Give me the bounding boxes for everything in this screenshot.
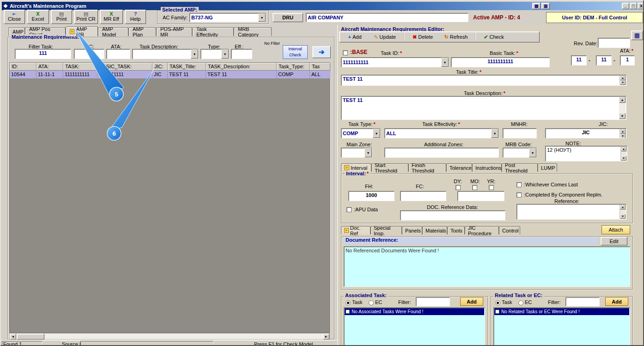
doc-reference-list[interactable]: No Referenced Documents Were Found ! (344, 246, 630, 287)
dru-button[interactable]: DRU (273, 13, 303, 22)
completed-checkbox[interactable] (516, 192, 522, 197)
tab-mrb-category[interactable]: MRB Category (234, 27, 272, 36)
tab-amp-mr[interactable]: ≡ AMP MR (66, 26, 98, 36)
grid-col-id[interactable]: ID: (10, 63, 36, 71)
grid-col-task-title[interactable]: TASK_Title: (168, 63, 206, 71)
tab-start-threshold[interactable]: Start Threshold (371, 163, 408, 172)
task-eff-combo[interactable]: ALL ▼ (384, 128, 499, 138)
filter-jic-input[interactable] (74, 49, 104, 59)
related-radio-ec[interactable] (518, 300, 523, 305)
note-field[interactable]: 12 (НОУТ) ▲▼ (545, 146, 627, 161)
add-zones-input[interactable] (384, 148, 499, 158)
tab-lump[interactable]: LUMP (538, 163, 557, 172)
jic-scroll[interactable]: ▲▼ (620, 129, 626, 137)
related-add-button[interactable]: Add (605, 297, 628, 306)
titlebar-tool1-button[interactable]: ▤ (532, 3, 541, 9)
delete-button[interactable]: ✖ Delete (408, 33, 437, 41)
tab-doc-ref[interactable]: ≡ Doc. Ref (341, 226, 371, 234)
tab-amp-plan[interactable]: AMP Plan (128, 27, 156, 36)
ata-field-3[interactable]: 1 (620, 55, 635, 66)
grid-col-ata[interactable]: ATA: (36, 63, 63, 71)
rev-date-input[interactable] (598, 38, 630, 48)
tab-tools[interactable]: Tools (447, 226, 465, 234)
grid-col-task-desc[interactable]: TASK_Description: (206, 63, 277, 71)
associated-filter-input[interactable] (416, 297, 450, 306)
grid-col-task-eff[interactable]: Tas (310, 63, 330, 71)
close-window-button[interactable]: X (638, 3, 644, 9)
related-filter-input[interactable] (565, 297, 600, 306)
hscroll-left-button[interactable]: ◄ (10, 334, 16, 340)
related-row-checkbox[interactable] (495, 310, 499, 314)
apu-data-checkbox[interactable] (346, 207, 352, 212)
mnhr-input[interactable] (503, 128, 537, 138)
associated-radio-ec[interactable] (369, 300, 374, 305)
calendar-button[interactable]: ▦ (631, 30, 643, 40)
tab-post-threshold[interactable]: Post Threshold (502, 163, 538, 172)
base-checkbox[interactable] (343, 50, 348, 55)
task-title-field[interactable]: TEST 11 ▲▼ (341, 75, 626, 86)
task-title-scroll[interactable]: ▲▼ (620, 76, 626, 85)
grid-hscrollbar[interactable]: ◄ ► (9, 333, 330, 340)
task-desc-scrollbar[interactable]: ▲▼ (619, 97, 626, 119)
tab-tolerance[interactable]: Tolerance (446, 163, 472, 172)
tab-special-insp[interactable]: Special Insp. (371, 226, 402, 234)
ata-field-2[interactable]: 11 (596, 55, 612, 66)
attach-button[interactable]: Attach (601, 225, 630, 234)
basic-task-field[interactable]: 1111111111 (451, 57, 550, 67)
ac-family-combo[interactable]: B737-NG ▼ (189, 13, 266, 22)
main-zone-combo[interactable]: ▼ (341, 148, 372, 158)
related-task-list[interactable]: No Related Tasks or EC Were Found ! (493, 307, 630, 346)
tab-pos-amp-mr[interactable]: POS-AMP MR (156, 27, 192, 36)
refresh-button[interactable]: ↻ Refresh (440, 33, 472, 41)
ata-field-1[interactable]: 11 (571, 55, 587, 66)
jic-field[interactable]: JIC ▲▼ (545, 128, 626, 138)
task-id-combo[interactable]: 1111111111 ▼ (341, 57, 449, 67)
doc-ref-data-input[interactable] (400, 210, 505, 221)
apply-filter-button[interactable]: ➔ (312, 46, 331, 58)
fh-input[interactable]: 1000 (348, 191, 395, 201)
check-button[interactable]: ✔ Check (480, 33, 508, 41)
dy-checkbox[interactable] (456, 185, 461, 190)
whichever-checkbox[interactable] (516, 182, 522, 187)
grid-col-task-type[interactable]: Task_Type: (277, 63, 310, 71)
grid-col-task[interactable]: TASK: (63, 63, 97, 71)
related-radio-task[interactable] (495, 300, 500, 305)
grid-col-basic-task[interactable]: BASIC_TASK: (97, 63, 152, 71)
task-type-combo[interactable]: COMP ▼ (341, 128, 381, 138)
dmy-input[interactable] (457, 191, 504, 201)
update-button[interactable]: ✎ Update (370, 33, 400, 41)
tab-control[interactable]: Control (499, 226, 520, 234)
tab-task-effectivity[interactable]: Task Effectivity (192, 27, 234, 36)
reference-field[interactable]: ▲▼ (516, 204, 626, 220)
filter-eff-input[interactable] (231, 49, 252, 59)
tab-panels[interactable]: Panels (402, 226, 422, 234)
tab-amp-model[interactable]: AMP Model (98, 27, 128, 36)
add-button[interactable]: + Add (343, 33, 367, 41)
filter-desc-combo[interactable]: ▼ (132, 49, 199, 59)
filter-task-input[interactable]: 111 (15, 49, 71, 59)
maximize-button[interactable]: □ (630, 3, 637, 9)
task-desc-field[interactable]: TEST 11 ▲▼ (341, 96, 626, 120)
hscroll-thumb[interactable] (17, 334, 44, 340)
associated-radio-task[interactable] (346, 300, 351, 305)
mo-checkbox[interactable] (472, 185, 477, 190)
tab-interval[interactable]: ≡ Interval (341, 163, 371, 172)
mrb-code-combo[interactable]: ▼ (503, 148, 537, 158)
filter-type-combo[interactable]: ▼ (200, 49, 229, 59)
tab-jic-procedure[interactable]: JIC Procedure (465, 226, 499, 234)
close-button[interactable]: ⇤ Close (4, 10, 25, 24)
associated-row-checkbox[interactable] (346, 310, 350, 314)
mr-eff-button[interactable]: X MR Eff (100, 10, 123, 24)
reference-scroll[interactable]: ▲▼ (620, 205, 626, 219)
note-scroll[interactable]: ▲▼ (620, 147, 626, 161)
edit-button[interactable]: Edit (601, 237, 627, 245)
titlebar-tool2-button[interactable]: ▥ (541, 3, 550, 9)
associated-add-button[interactable]: Add (460, 297, 483, 306)
table-row[interactable]: 10544 11-11-1 1111111111 1111111111 JIC … (10, 71, 330, 78)
print-cr-button[interactable]: ▤ Print CR (74, 10, 98, 24)
tab-materials[interactable]: Materials (422, 226, 447, 234)
filter-ata-input[interactable] (106, 49, 130, 59)
excel-button[interactable]: X Excel (27, 10, 49, 24)
minimize-button[interactable]: _ (622, 3, 629, 9)
hscroll-right-button[interactable]: ► (323, 334, 329, 340)
